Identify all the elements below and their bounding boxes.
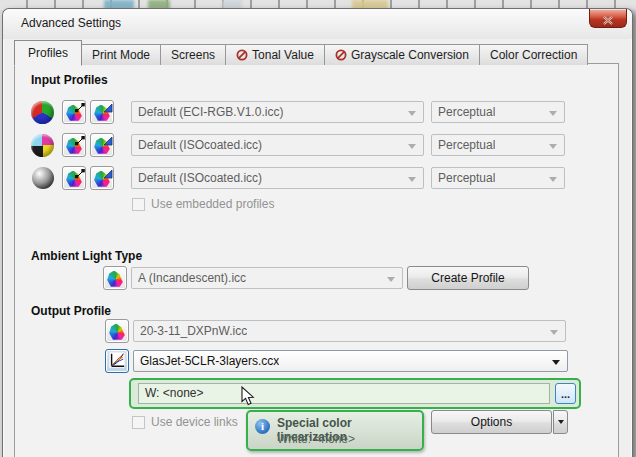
- chevron-down-icon: [549, 177, 557, 186]
- ambient-profile-select[interactable]: A (Incandescent).icc: [131, 267, 403, 289]
- dialog-title: Advanced Settings: [21, 16, 121, 30]
- gray-profile-assign-button[interactable]: [90, 166, 114, 190]
- blocked-icon: [236, 49, 248, 61]
- chevron-down-icon: [558, 420, 564, 427]
- tab-grayscale-conversion[interactable]: Grayscale Conversion: [324, 44, 480, 65]
- linearization-file-select[interactable]: GlasJet-5CLR-3layers.ccx: [133, 350, 568, 372]
- chevron-down-icon: [408, 111, 416, 120]
- curve-nodes-icon: [75, 169, 85, 179]
- title-bar[interactable]: Advanced Settings: [3, 9, 632, 39]
- special-color-browse-button[interactable]: ...: [555, 383, 576, 404]
- chevron-down-icon: [387, 277, 395, 286]
- gamut-icon: [109, 324, 126, 341]
- chevron-down-icon: [408, 144, 416, 153]
- chevron-down-icon: [549, 144, 557, 153]
- curve-nodes-icon: [75, 103, 85, 113]
- special-color-value-field[interactable]: W: <none>: [138, 383, 550, 404]
- chevron-down-icon: [550, 330, 558, 339]
- gray-intent-select[interactable]: Perceptual: [431, 167, 565, 189]
- linearization-curves-button[interactable]: [105, 349, 129, 373]
- rgb-intent-select[interactable]: Perceptual: [431, 101, 565, 123]
- tab-tonal-value[interactable]: Tonal Value: [225, 44, 325, 65]
- close-icon: [603, 16, 613, 25]
- cmyk-profile-assign-button[interactable]: [90, 133, 114, 157]
- use-embedded-profiles-checkbox[interactable]: Use embedded profiles: [132, 197, 274, 211]
- blue-flag-icon: [103, 136, 113, 146]
- options-button[interactable]: Options: [431, 410, 552, 434]
- gray-profile-select[interactable]: Default (ISOcoated.icc): [131, 167, 424, 189]
- mouse-cursor: [241, 386, 255, 406]
- special-color-highlight: W: <none> ...: [129, 378, 581, 409]
- tab-screens[interactable]: Screens: [160, 44, 226, 65]
- ambient-light-heading: Ambient Light Type: [31, 249, 142, 263]
- advanced-settings-dialog: Advanced Settings Profiles Print Mode Sc…: [2, 8, 633, 457]
- tab-color-correction[interactable]: Color Correction: [479, 44, 588, 65]
- cmyk-profile-select[interactable]: Default (ISOcoated.icc): [131, 134, 424, 156]
- cmyk-profile-edit-button[interactable]: [62, 133, 86, 157]
- curve-nodes-icon: [75, 136, 85, 146]
- rgb-profile-edit-button[interactable]: [62, 100, 86, 124]
- cmyk-pie-icon: [31, 134, 54, 157]
- rgb-profile-assign-button[interactable]: [90, 100, 114, 124]
- linearization-curves-icon: [108, 351, 126, 369]
- blue-flag-icon: [103, 169, 113, 179]
- output-profile-button[interactable]: [105, 319, 129, 343]
- rgb-profile-select[interactable]: Default (ECI-RGB.V1.0.icc): [131, 101, 424, 123]
- tab-bar: Profiles Print Mode Screens Tonal Value …: [14, 40, 588, 65]
- use-device-links-checkbox[interactable]: Use device links: [132, 415, 238, 429]
- chevron-down-icon: [408, 177, 416, 186]
- tab-profiles[interactable]: Profiles: [14, 40, 82, 66]
- rgb-pie-icon: [31, 101, 54, 124]
- options-dropdown-button[interactable]: [553, 410, 568, 434]
- info-icon: i: [255, 419, 270, 434]
- tab-print-mode[interactable]: Print Mode: [81, 44, 161, 65]
- special-color-tooltip: i Special color linearization White: <no…: [246, 410, 424, 451]
- output-profile-heading: Output Profile: [31, 304, 111, 318]
- create-profile-button[interactable]: Create Profile: [407, 266, 529, 290]
- ambient-profile-button[interactable]: [103, 266, 127, 290]
- blue-flag-icon: [103, 103, 113, 113]
- tooltip-detail: White: <none>: [277, 432, 355, 446]
- cmyk-intent-select[interactable]: Perceptual: [431, 134, 565, 156]
- input-profiles-heading: Input Profiles: [31, 73, 108, 87]
- checkbox-box[interactable]: [132, 416, 145, 429]
- output-profile-select[interactable]: 20-3-11_DXPnW.icc: [133, 320, 566, 342]
- gray-profile-edit-button[interactable]: [62, 166, 86, 190]
- grayscale-sphere-icon: [32, 167, 54, 189]
- chevron-down-icon: [552, 360, 560, 369]
- gamut-icon: [107, 271, 124, 288]
- screen: Advanced Settings Profiles Print Mode Sc…: [0, 0, 636, 457]
- checkbox-box[interactable]: [132, 198, 145, 211]
- blocked-icon: [335, 49, 347, 61]
- close-button[interactable]: [589, 9, 627, 28]
- chevron-down-icon: [549, 111, 557, 120]
